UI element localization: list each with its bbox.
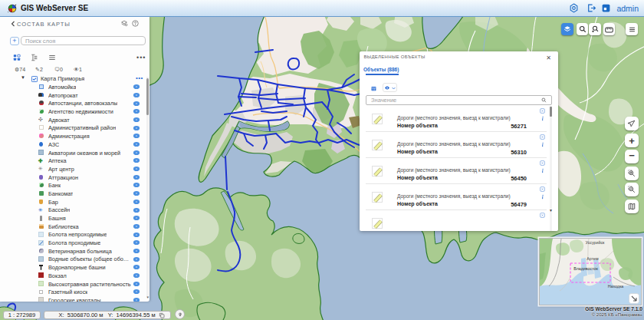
svg-text:Владивосток: Владивосток	[573, 266, 598, 271]
svg-text:Находка: Находка	[608, 284, 624, 289]
svg-text:Уссурийск: Уссурийск	[586, 240, 605, 245]
svg-text:Артем: Артем	[586, 256, 599, 261]
